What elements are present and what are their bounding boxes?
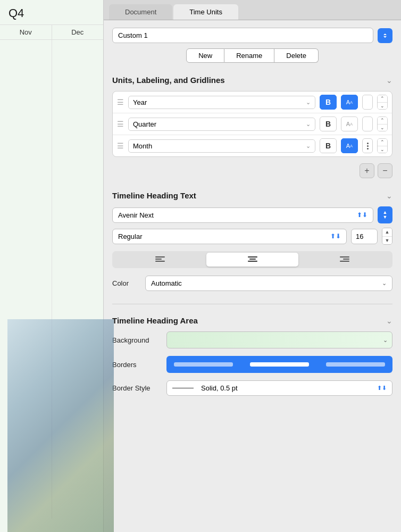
border-seg-1 <box>166 356 240 373</box>
year-bold-button[interactable]: B <box>320 95 337 110</box>
background-swatch[interactable]: ⌄ <box>166 331 392 348</box>
quarter-bold-button[interactable]: B <box>320 117 337 131</box>
panel-content: Custom 1 New Rename Delete Units, Labeli… <box>104 20 401 411</box>
custom-stepper-button[interactable] <box>378 28 392 43</box>
border-seg-2 <box>243 356 316 373</box>
quarter-select-value: Quarter <box>133 120 156 128</box>
quarter-select[interactable]: Quarter ⌄ <box>128 118 315 131</box>
drag-handle-month[interactable]: ☰ <box>117 142 124 150</box>
month-nov: Nov <box>0 25 52 39</box>
color-value: Automatic <box>151 279 182 287</box>
font-size-field[interactable]: 16 <box>351 229 378 244</box>
svg-rect-3 <box>248 256 257 257</box>
add-unit-button[interactable]: + <box>360 163 374 178</box>
svg-rect-4 <box>249 259 256 260</box>
font-style-select[interactable]: Regular ⬆⬇ <box>112 229 347 244</box>
month-bold-button[interactable]: B <box>320 138 337 153</box>
svg-rect-2 <box>155 261 165 262</box>
size-stepper-up[interactable]: ▲ <box>382 228 392 237</box>
rename-button[interactable]: Rename <box>224 48 274 63</box>
tab-bar: Document Time Units <box>104 0 401 20</box>
quarter-label: Q4 <box>0 0 103 25</box>
year-select[interactable]: Year ⌄ <box>128 96 315 109</box>
svg-rect-7 <box>343 259 349 260</box>
tab-time-units[interactable]: Time Units <box>173 4 238 20</box>
font-name-row: Avenir Next ⬆⬇ ▲ ▼ <box>112 206 392 223</box>
month-stepper-up[interactable]: ⌃ <box>378 139 387 146</box>
heading-text-chevron-icon[interactable]: ⌄ <box>386 192 392 200</box>
quarter-stepper[interactable]: ⌃ ⌄ <box>377 117 388 131</box>
unit-row-month: ☰ Month ⌄ B AA ⌃ ⌄ <box>113 135 392 156</box>
units-section-header: Units, Labeling, and Gridlines ⌄ <box>112 76 392 85</box>
font-size-value: 16 <box>356 232 363 240</box>
align-center-icon <box>248 256 257 263</box>
calendar-panel: Q4 Nov Dec <box>0 0 104 532</box>
add-remove-row: + − <box>112 163 392 178</box>
align-left-icon <box>155 256 165 263</box>
color-row: Color Automatic ⌄ <box>112 276 392 291</box>
background-chevron-icon: ⌄ <box>383 337 388 344</box>
align-left-button[interactable] <box>114 253 206 267</box>
border-line-icon <box>172 388 194 388</box>
heading-area-chevron-icon[interactable]: ⌄ <box>386 317 392 325</box>
right-panel: Document Time Units Custom 1 New Rename … <box>104 0 401 532</box>
borders-label: Borders <box>112 361 160 369</box>
border-style-value: Solid, 0.5 pt <box>201 384 238 392</box>
drag-handle-year[interactable]: ☰ <box>117 98 124 106</box>
year-extra-btn[interactable] <box>362 95 373 110</box>
border-seg-inner-2 <box>250 362 309 367</box>
year-stepper[interactable]: ⌃ ⌄ <box>377 95 388 110</box>
year-stepper-down[interactable]: ⌄ <box>378 103 387 110</box>
background-row: Background ⌄ <box>112 331 392 348</box>
quarter-stepper-up[interactable]: ⌃ <box>378 117 387 124</box>
svg-rect-6 <box>340 256 349 257</box>
month-dots-button[interactable] <box>362 138 373 153</box>
font-name-stepper[interactable]: ▲ ▼ <box>378 206 392 223</box>
month-font-button[interactable]: AA <box>341 138 358 153</box>
month-stepper[interactable]: ⌃ ⌄ <box>377 138 388 153</box>
color-select[interactable]: Automatic ⌄ <box>145 276 392 291</box>
border-style-label: Border Style <box>112 384 160 392</box>
border-style-arrows-icon: ⬆⬇ <box>377 385 387 392</box>
year-stepper-up[interactable]: ⌃ <box>378 95 387 103</box>
divider-1 <box>112 304 392 304</box>
heading-text-section-header: Timeline Heading Text ⌄ <box>112 191 392 200</box>
border-seg-inner-3 <box>326 362 385 367</box>
units-chevron-icon[interactable]: ⌄ <box>386 76 392 85</box>
font-name-stepper-down[interactable]: ▼ <box>383 215 388 220</box>
font-style-arrows-icon: ⬆⬇ <box>330 232 341 240</box>
remove-unit-button[interactable]: − <box>378 163 392 178</box>
drag-handle-quarter[interactable]: ☰ <box>117 120 124 128</box>
background-photo <box>7 319 114 532</box>
year-font-button[interactable]: AA <box>341 95 358 110</box>
border-style-row: Border Style Solid, 0.5 pt ⬆⬇ <box>112 380 392 396</box>
delete-button[interactable]: Delete <box>274 48 319 63</box>
month-select-value: Month <box>133 142 152 150</box>
new-button[interactable]: New <box>186 48 224 63</box>
custom-selector-row: Custom 1 <box>112 28 392 43</box>
quarter-font-button[interactable]: AA <box>341 117 358 131</box>
alignment-row <box>112 251 392 268</box>
font-style-row: Regular ⬆⬇ 16 ▲ ▼ <box>112 228 392 245</box>
month-stepper-down[interactable]: ⌄ <box>378 146 387 153</box>
font-size-stepper[interactable]: ▲ ▼ <box>382 228 392 245</box>
quarter-extra-btn[interactable] <box>362 117 373 131</box>
size-stepper-down[interactable]: ▼ <box>382 237 392 245</box>
stepper-arrows-icon <box>381 32 389 39</box>
background-label: Background <box>112 336 160 344</box>
font-name-select[interactable]: Avenir Next ⬆⬇ <box>112 207 373 223</box>
align-right-icon <box>340 256 349 263</box>
quarter-stepper-down[interactable]: ⌄ <box>378 124 387 131</box>
borders-row: Borders <box>112 356 392 373</box>
borders-swatch[interactable] <box>166 356 392 373</box>
units-section-title: Units, Labeling, and Gridlines <box>112 76 225 85</box>
tab-document[interactable]: Document <box>109 4 172 20</box>
align-center-button[interactable] <box>206 253 299 267</box>
border-style-select[interactable]: Solid, 0.5 pt ⬆⬇ <box>166 380 392 396</box>
font-name-value: Avenir Next <box>118 211 154 219</box>
custom-select-field[interactable]: Custom 1 <box>112 28 373 43</box>
svg-rect-5 <box>248 261 257 262</box>
border-seg-3 <box>319 356 392 373</box>
align-right-button[interactable] <box>298 253 391 267</box>
month-select[interactable]: Month ⌄ <box>128 139 315 153</box>
